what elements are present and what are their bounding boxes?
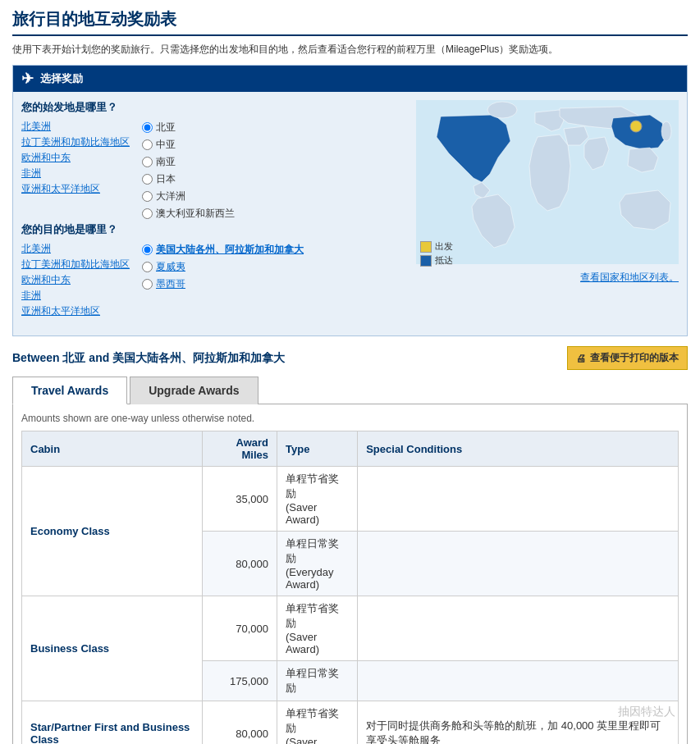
origin-options-area: 北美洲 拉丁美洲和加勒比海地区 欧洲和中东 非洲 亚洲和太平洋地区 北亚 中亚 (21, 119, 408, 222)
origin-region-europe[interactable]: 欧洲和中东 (21, 150, 130, 166)
tab-travel-awards[interactable]: Travel Awards (12, 377, 127, 404)
cabin-economy: Economy Class (22, 467, 203, 596)
selector-box: ✈ 选择奖励 您的始发地是哪里？ 北美洲 拉丁美洲和加勒比海地区 欧洲和中东 非… (12, 65, 688, 336)
world-map-svg (416, 100, 679, 264)
table-header-row: Cabin Award Miles Type Special Condition… (22, 431, 679, 467)
origin-region-northamerica[interactable]: 北美洲 (21, 119, 130, 135)
type-economy-everyday: 单程日常奖励(EverydayAward) (277, 532, 358, 596)
dest-region-asia[interactable]: 亚洲和太平洋地区 (21, 304, 130, 319)
miles-economy-saver: 35,000 (203, 467, 277, 532)
plane-icon: ✈ (21, 70, 34, 88)
country-link-row: 查看国家和地区列表。 (416, 267, 679, 285)
table-row: Star/Partner First and Business Class 80… (22, 701, 679, 745)
legend-dest-box (420, 255, 432, 267)
page-description: 使用下表开始计划您的奖励旅行。只需选择您的出发地和目的地，然后查看适合您行程的前… (12, 43, 688, 57)
dest-region-africa[interactable]: 非洲 (21, 288, 130, 304)
print-icon: 🖨 (576, 353, 586, 364)
type-business-saver: 单程节省奖励(Saver Award) (277, 596, 358, 661)
cabin-star: Star/Partner First and Business Class (22, 701, 203, 745)
miles-star-saver: 80,000 (203, 701, 277, 745)
origin-option-centralasia[interactable]: 中亚 (142, 136, 235, 153)
col-type: Type (277, 431, 358, 467)
tab-upgrade-awards[interactable]: Upgrade Awards (130, 377, 258, 404)
selector-left: 您的始发地是哪里？ 北美洲 拉丁美洲和加勒比海地区 欧洲和中东 非洲 亚洲和太平… (21, 100, 408, 329)
selector-header-label: 选择奖励 (40, 71, 83, 86)
origin-region-asia[interactable]: 亚洲和太平洋地区 (21, 181, 130, 197)
svg-point-2 (661, 121, 671, 141)
dest-region-latin[interactable]: 拉丁美洲和加勒比海地区 (21, 257, 130, 272)
print-button[interactable]: 🖨 查看便于打印的版本 (567, 346, 688, 370)
tabs-row: Travel Awards Upgrade Awards (12, 377, 688, 404)
col-miles: Award Miles (203, 431, 277, 467)
selector-header: ✈ 选择奖励 (13, 66, 687, 92)
origin-label: 您的始发地是哪里？ (21, 100, 408, 115)
miles-economy-everyday: 80,000 (203, 532, 277, 596)
cabin-business: Business Class (22, 596, 203, 701)
dest-region-list: 北美洲 拉丁美洲和加勒比海地区 欧洲和中东 非洲 亚洲和太平洋地区 (21, 241, 130, 319)
table-note: Amounts shown are one-way unless otherwi… (21, 413, 679, 424)
legend-origin-box (420, 241, 432, 253)
origin-option-oceania[interactable]: 大洋洲 (142, 188, 235, 205)
origin-option-australia[interactable]: 澳大利亚和新西兰 (142, 205, 235, 222)
dest-region-northamerica[interactable]: 北美洲 (21, 241, 130, 257)
col-conditions: Special Conditions (358, 431, 679, 467)
origin-option-southasia[interactable]: 南亚 (142, 153, 235, 171)
dest-label: 您的目的地是哪里？ (21, 222, 408, 237)
svg-point-1 (487, 102, 517, 118)
table-row: Economy Class 35,000 单程节省奖励(Saver Award) (22, 467, 679, 532)
print-button-label: 查看便于打印的版本 (590, 351, 679, 365)
between-text: Between 北亚 and 美国大陆各州、阿拉斯加和加拿大 (12, 351, 285, 366)
svg-point-3 (630, 121, 642, 132)
col-cabin: Cabin (22, 431, 203, 467)
table-row: Business Class 70,000 单程节省奖励(Saver Award… (22, 596, 679, 661)
type-star-saver: 单程节省奖励(Saver Award) (277, 701, 358, 745)
dest-option-hawaii[interactable]: 夏威夷 (142, 258, 304, 276)
page-title: 旅行目的地互动奖励表 (12, 8, 688, 36)
dest-option-continental[interactable]: 美国大陆各州、阿拉斯加和加拿大 (142, 241, 304, 258)
type-economy-saver: 单程节省奖励(Saver Award) (277, 467, 358, 532)
conditions-business-saver (358, 596, 679, 661)
origin-radio-group: 北亚 中亚 南亚 日本 大洋洲 (142, 119, 235, 222)
country-list-link[interactable]: 查看国家和地区列表。 (580, 272, 679, 283)
conditions-business-everyday (358, 661, 679, 701)
conditions-economy-saver (358, 467, 679, 532)
watermark: 抽因特达人 (618, 705, 675, 719)
between-row: Between 北亚 and 美国大陆各州、阿拉斯加和加拿大 🖨 查看便于打印的… (12, 346, 688, 370)
legend-dest-label: 抵达 (435, 254, 453, 267)
origin-region-latin[interactable]: 拉丁美洲和加勒比海地区 (21, 135, 130, 150)
awards-table: Cabin Award Miles Type Special Condition… (21, 431, 679, 744)
miles-business-saver: 70,000 (203, 596, 277, 661)
origin-option-japan[interactable]: 日本 (142, 171, 235, 188)
dest-region-europe[interactable]: 欧洲和中东 (21, 272, 130, 288)
origin-region-list: 北美洲 拉丁美洲和加勒比海地区 欧洲和中东 非洲 亚洲和太平洋地区 (21, 119, 130, 212)
dest-options-area: 北美洲 拉丁美洲和加勒比海地区 欧洲和中东 非洲 亚洲和太平洋地区 美国大陆各州… (21, 241, 408, 329)
dest-option-mexico[interactable]: 墨西哥 (142, 276, 304, 293)
map-container: 出发 抵达 查看国家和地区列表。 (416, 100, 679, 272)
dest-radio-group: 美国大陆各州、阿拉斯加和加拿大 夏威夷 墨西哥 (142, 241, 304, 329)
selector-content: 您的始发地是哪里？ 北美洲 拉丁美洲和加勒比海地区 欧洲和中东 非洲 亚洲和太平… (21, 100, 679, 329)
map-legend: 出发 抵达 (420, 240, 453, 268)
legend-origin-label: 出发 (435, 240, 453, 253)
type-business-everyday: 单程日常奖励 (277, 661, 358, 701)
legend-origin: 出发 (420, 240, 453, 253)
miles-business-everyday: 175,000 (203, 661, 277, 701)
legend-dest: 抵达 (420, 254, 453, 267)
origin-option-northasia[interactable]: 北亚 (142, 119, 235, 136)
conditions-economy-everyday (358, 532, 679, 596)
origin-region-africa[interactable]: 非洲 (21, 166, 130, 181)
table-area: Amounts shown are one-way unless otherwi… (12, 404, 688, 744)
